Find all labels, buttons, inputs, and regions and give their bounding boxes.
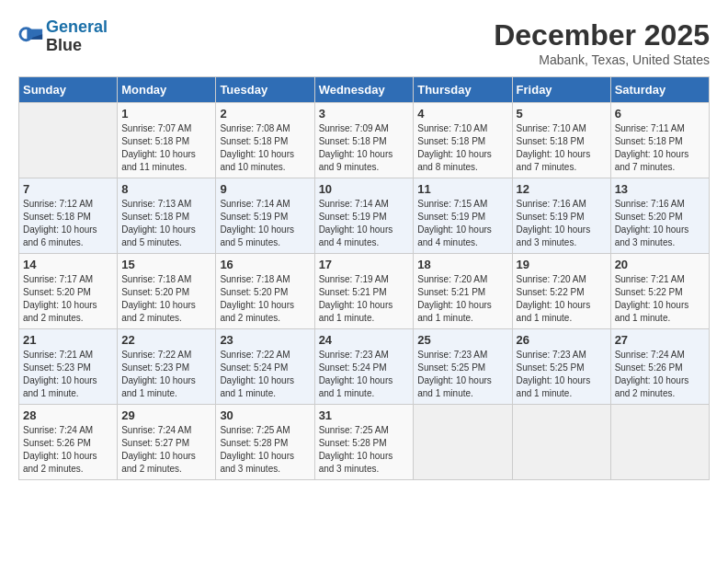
day-info: Sunrise: 7:16 AM Sunset: 5:19 PM Dayligh…: [517, 198, 607, 249]
day-number: 18: [417, 258, 507, 271]
day-info: Sunrise: 7:14 AM Sunset: 5:19 PM Dayligh…: [319, 198, 410, 249]
calendar-cell: 13Sunrise: 7:16 AM Sunset: 5:20 PM Dayli…: [610, 178, 709, 254]
day-info: Sunrise: 7:10 AM Sunset: 5:18 PM Dayligh…: [517, 122, 607, 174]
calendar-cell: 14Sunrise: 7:17 AM Sunset: 5:20 PM Dayli…: [19, 254, 118, 329]
day-info: Sunrise: 7:20 AM Sunset: 5:22 PM Dayligh…: [517, 273, 607, 325]
calendar-cell: 11Sunrise: 7:15 AM Sunset: 5:19 PM Dayli…: [414, 178, 512, 254]
day-number: 24: [319, 333, 410, 347]
calendar-cell: 4Sunrise: 7:10 AM Sunset: 5:18 PM Daylig…: [414, 103, 512, 178]
calendar-cell: 18Sunrise: 7:20 AM Sunset: 5:21 PM Dayli…: [414, 254, 512, 329]
calendar-cell: 1Sunrise: 7:07 AM Sunset: 5:18 PM Daylig…: [118, 103, 216, 178]
location: Mabank, Texas, United States: [494, 52, 710, 67]
day-number: 30: [220, 408, 310, 422]
day-number: 5: [517, 107, 607, 121]
day-number: 19: [517, 258, 607, 271]
day-number: 8: [121, 182, 211, 196]
day-number: 27: [615, 333, 705, 347]
calendar-week-row: 28Sunrise: 7:24 AM Sunset: 5:26 PM Dayli…: [19, 405, 710, 480]
day-info: Sunrise: 7:24 AM Sunset: 5:26 PM Dayligh…: [615, 349, 705, 400]
day-number: 21: [23, 333, 113, 347]
calendar-cell: 7Sunrise: 7:12 AM Sunset: 5:18 PM Daylig…: [19, 178, 118, 254]
weekday-header: Wednesday: [314, 77, 414, 103]
day-number: 12: [517, 182, 607, 196]
day-number: 9: [220, 182, 310, 196]
weekday-header: Thursday: [414, 77, 512, 103]
calendar-cell: 3Sunrise: 7:09 AM Sunset: 5:18 PM Daylig…: [314, 103, 414, 178]
day-info: Sunrise: 7:24 AM Sunset: 5:26 PM Dayligh…: [23, 424, 113, 476]
weekday-header: Monday: [118, 77, 216, 103]
calendar-cell: 21Sunrise: 7:21 AM Sunset: 5:23 PM Dayli…: [19, 329, 118, 405]
calendar-cell: 10Sunrise: 7:14 AM Sunset: 5:19 PM Dayli…: [314, 178, 414, 254]
day-info: Sunrise: 7:23 AM Sunset: 5:24 PM Dayligh…: [319, 349, 410, 400]
calendar-cell: 30Sunrise: 7:25 AM Sunset: 5:28 PM Dayli…: [216, 405, 314, 480]
calendar-week-row: 14Sunrise: 7:17 AM Sunset: 5:20 PM Dayli…: [19, 254, 710, 329]
day-info: Sunrise: 7:07 AM Sunset: 5:18 PM Dayligh…: [121, 122, 211, 174]
day-number: 16: [220, 258, 310, 271]
calendar-table: SundayMondayTuesdayWednesdayThursdayFrid…: [18, 76, 710, 480]
logo-icon: [18, 24, 44, 50]
calendar-cell: 6Sunrise: 7:11 AM Sunset: 5:18 PM Daylig…: [610, 103, 709, 178]
calendar-cell: 24Sunrise: 7:23 AM Sunset: 5:24 PM Dayli…: [314, 329, 414, 405]
day-info: Sunrise: 7:08 AM Sunset: 5:18 PM Dayligh…: [220, 122, 310, 174]
day-number: 14: [23, 258, 113, 271]
day-info: Sunrise: 7:22 AM Sunset: 5:23 PM Dayligh…: [121, 349, 211, 400]
calendar-cell: [512, 405, 610, 480]
day-number: 13: [615, 182, 705, 196]
calendar-cell: 9Sunrise: 7:14 AM Sunset: 5:19 PM Daylig…: [216, 178, 314, 254]
calendar-cell: 20Sunrise: 7:21 AM Sunset: 5:22 PM Dayli…: [610, 254, 709, 329]
day-info: Sunrise: 7:20 AM Sunset: 5:21 PM Dayligh…: [417, 273, 507, 325]
calendar-cell: 22Sunrise: 7:22 AM Sunset: 5:23 PM Dayli…: [118, 329, 216, 405]
day-info: Sunrise: 7:13 AM Sunset: 5:18 PM Dayligh…: [121, 198, 211, 249]
page-header: General Blue December 2025 Mabank, Texas…: [18, 18, 710, 67]
day-info: Sunrise: 7:17 AM Sunset: 5:20 PM Dayligh…: [23, 273, 113, 325]
weekday-header: Tuesday: [216, 77, 314, 103]
calendar-cell: 28Sunrise: 7:24 AM Sunset: 5:26 PM Dayli…: [19, 405, 118, 480]
weekday-header: Sunday: [19, 77, 118, 103]
calendar-body: 1Sunrise: 7:07 AM Sunset: 5:18 PM Daylig…: [19, 103, 710, 480]
day-info: Sunrise: 7:09 AM Sunset: 5:18 PM Dayligh…: [319, 122, 410, 174]
calendar-cell: 26Sunrise: 7:23 AM Sunset: 5:25 PM Dayli…: [512, 329, 610, 405]
calendar-week-row: 7Sunrise: 7:12 AM Sunset: 5:18 PM Daylig…: [19, 178, 710, 254]
day-number: 10: [319, 182, 410, 196]
day-number: 22: [121, 333, 211, 347]
day-info: Sunrise: 7:25 AM Sunset: 5:28 PM Dayligh…: [220, 424, 310, 476]
day-number: 31: [319, 408, 410, 422]
logo-text: General Blue: [46, 18, 108, 55]
day-number: 1: [121, 107, 211, 121]
calendar-cell: 15Sunrise: 7:18 AM Sunset: 5:20 PM Dayli…: [118, 254, 216, 329]
day-number: 17: [319, 258, 410, 271]
day-info: Sunrise: 7:10 AM Sunset: 5:18 PM Dayligh…: [417, 122, 507, 174]
calendar-cell: [19, 103, 118, 178]
day-info: Sunrise: 7:24 AM Sunset: 5:27 PM Dayligh…: [121, 424, 211, 476]
day-number: 11: [417, 182, 507, 196]
month-title: December 2025: [494, 18, 710, 52]
calendar-cell: 2Sunrise: 7:08 AM Sunset: 5:18 PM Daylig…: [216, 103, 314, 178]
day-info: Sunrise: 7:22 AM Sunset: 5:24 PM Dayligh…: [220, 349, 310, 400]
calendar-week-row: 1Sunrise: 7:07 AM Sunset: 5:18 PM Daylig…: [19, 103, 710, 178]
day-number: 29: [121, 408, 211, 422]
day-info: Sunrise: 7:12 AM Sunset: 5:18 PM Dayligh…: [23, 198, 113, 249]
day-info: Sunrise: 7:21 AM Sunset: 5:23 PM Dayligh…: [23, 349, 113, 400]
day-info: Sunrise: 7:16 AM Sunset: 5:20 PM Dayligh…: [615, 198, 705, 249]
calendar-cell: [610, 405, 709, 480]
calendar-cell: 27Sunrise: 7:24 AM Sunset: 5:26 PM Dayli…: [610, 329, 709, 405]
day-number: 4: [417, 107, 507, 121]
day-info: Sunrise: 7:18 AM Sunset: 5:20 PM Dayligh…: [121, 273, 211, 325]
calendar-week-row: 21Sunrise: 7:21 AM Sunset: 5:23 PM Dayli…: [19, 329, 710, 405]
day-number: 28: [23, 408, 113, 422]
calendar-cell: 16Sunrise: 7:18 AM Sunset: 5:20 PM Dayli…: [216, 254, 314, 329]
calendar-cell: 23Sunrise: 7:22 AM Sunset: 5:24 PM Dayli…: [216, 329, 314, 405]
day-info: Sunrise: 7:11 AM Sunset: 5:18 PM Dayligh…: [615, 122, 705, 174]
day-number: 26: [517, 333, 607, 347]
day-number: 25: [417, 333, 507, 347]
day-number: 6: [615, 107, 705, 121]
calendar-cell: [414, 405, 512, 480]
day-info: Sunrise: 7:23 AM Sunset: 5:25 PM Dayligh…: [517, 349, 607, 400]
weekday-header: Friday: [512, 77, 610, 103]
calendar-header: SundayMondayTuesdayWednesdayThursdayFrid…: [19, 77, 710, 103]
day-number: 20: [615, 258, 705, 271]
day-info: Sunrise: 7:15 AM Sunset: 5:19 PM Dayligh…: [417, 198, 507, 249]
weekday-header: Saturday: [610, 77, 709, 103]
day-number: 7: [23, 182, 113, 196]
calendar-cell: 31Sunrise: 7:25 AM Sunset: 5:28 PM Dayli…: [314, 405, 414, 480]
